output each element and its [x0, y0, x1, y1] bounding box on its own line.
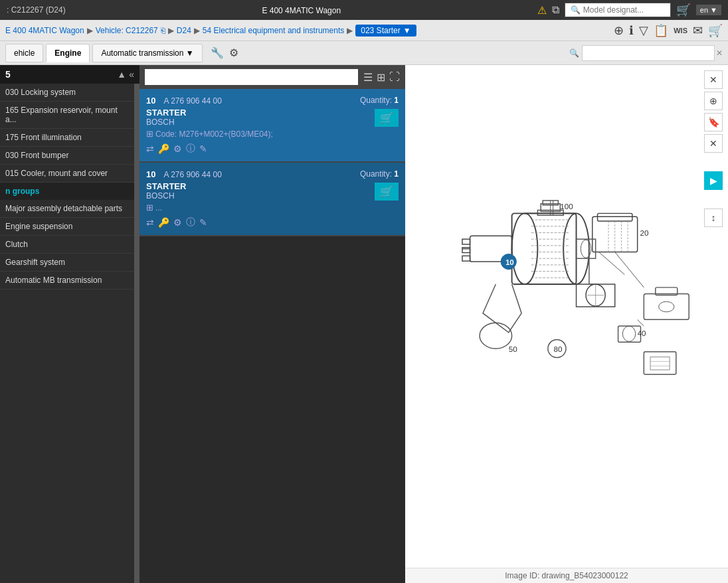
part-1-settings-icon[interactable]: ⚙ [173, 217, 182, 228]
diagram-area: ✕ ⊕ 🔖 ✕ ▶ ↕ 100 [405, 65, 728, 583]
diagram-bookmark-btn[interactable]: 🔖 [704, 113, 723, 131]
model-search-input[interactable] [583, 5, 663, 15]
tab-search-input[interactable] [587, 48, 710, 58]
tab-auto-transmission[interactable]: Automatic transmission ▼ [92, 44, 202, 62]
diagram-zoom-btn[interactable]: ⊕ [704, 92, 723, 110]
svg-point-32 [480, 323, 511, 349]
copy-icon[interactable]: ⧉ [552, 4, 559, 16]
sidebar-item-illumination-label: 175 Front illumination [5, 133, 82, 142]
part-card-1-row: 10 A 276 906 44 00 STARTER BOSCH ⊞ ... Q… [146, 169, 399, 212]
sidebar-item-auto-mb-label: Automatic MB transmission [5, 276, 102, 285]
tab-icon-wrench[interactable]: ⚙ [229, 46, 238, 59]
part-1-quantity: Quantity: 1 [360, 169, 399, 179]
diagram-controls: ✕ ⊕ 🔖 ✕ ▶ ↕ [699, 65, 728, 232]
breadcrumb-equipment[interactable]: 54 Electrical equipment and instruments [203, 26, 344, 35]
filter-icon[interactable]: ▽ [639, 23, 648, 38]
cart-top-icon[interactable]: 🛒 [676, 3, 691, 17]
part-0-settings-icon[interactable]: ⚙ [173, 143, 182, 154]
sidebar-item-engine-suspension[interactable]: Engine suspension [0, 218, 134, 236]
starter-svg: 100 [418, 78, 715, 554]
tab-search-box[interactable] [582, 45, 715, 61]
breadcrumb-dropdown-icon[interactable]: ▼ [403, 26, 411, 35]
tab-engine-label: Engine [54, 48, 81, 58]
svg-line-49 [598, 252, 624, 275]
part-1-info-icon[interactable]: ⓘ [186, 216, 195, 228]
full-view-icon[interactable]: ⛶ [389, 71, 400, 84]
svg-rect-31 [462, 256, 470, 261]
breadcrumb-current-label: 023 Starter [361, 26, 400, 35]
tab-icon-bike[interactable]: 🔧 [211, 46, 224, 59]
grid-view-icon[interactable]: ⊞ [377, 71, 385, 84]
svg-rect-21 [598, 213, 632, 221]
mail-icon[interactable]: ✉ [693, 23, 703, 38]
doc-icon[interactable]: 📋 [654, 23, 668, 38]
sidebar-item-cooler[interactable]: 015 Cooler, mount and cover [0, 165, 134, 183]
sidebar-item-locking[interactable]: 030 Locking system [0, 84, 134, 102]
sidebar-minimize-btn[interactable]: ▲ [117, 69, 126, 80]
diagram-x-btn[interactable]: ✕ [704, 134, 723, 153]
part-card-1-left: 10 A 276 906 44 00 STARTER BOSCH ⊞ ... [146, 169, 222, 212]
part-1-key-icon[interactable]: 🔑 [158, 217, 169, 228]
part-0-swap-icon[interactable]: ⇄ [146, 143, 154, 154]
part-1-number: A 276 906 44 00 [163, 170, 221, 179]
vehicle-link-icon[interactable]: ⎗ [161, 26, 165, 35]
part-card-0[interactable]: 10 A 276 906 44 00 STARTER BOSCH ⊞ Code:… [139, 89, 405, 163]
vehicle-code: : C212267 (D24) [7, 5, 66, 15]
sidebar-group-header: n groups [0, 183, 134, 200]
wis-icon[interactable]: WIS [674, 27, 687, 35]
sidebar-item-gearshift[interactable]: Gearshift system [0, 254, 134, 272]
diagram-scroll-btn[interactable]: ↕ [704, 208, 723, 227]
svg-rect-43 [650, 357, 670, 370]
parts-search-input[interactable] [149, 72, 354, 82]
sidebar-group-label: n groups [5, 187, 39, 196]
parts-list-icons: ☰ ⊞ ⛶ [363, 71, 400, 84]
part-1-swap-icon[interactable]: ⇄ [146, 217, 154, 228]
parts-list-search[interactable] [145, 69, 358, 85]
svg-point-41 [659, 301, 674, 312]
diagram-close-btn[interactable]: ✕ [704, 70, 723, 89]
svg-line-51 [638, 319, 644, 326]
sidebar-item-locking-label: 030 Locking system [5, 88, 76, 97]
tab-engine[interactable]: Engine [46, 44, 90, 62]
sidebar-item-front-bumper[interactable]: 030 Front bumper [0, 147, 134, 165]
list-view-icon[interactable]: ☰ [363, 71, 373, 84]
sidebar-collapse-btn[interactable]: « [129, 69, 134, 80]
model-search-box[interactable]: 🔍 [565, 3, 671, 17]
warning-icon[interactable]: ⚠ [537, 4, 547, 17]
sidebar-item-auto-mb[interactable]: Automatic MB transmission [0, 272, 134, 290]
part-0-info-icon[interactable]: ⓘ [186, 143, 195, 155]
part-0-name: STARTER [146, 108, 273, 118]
sidebar-item-expansion[interactable]: 165 Expansion reservoir, mount a... [0, 102, 134, 129]
diagram-main: 100 [405, 65, 728, 568]
part-0-code-text: Code: M276+M002+(B03/ME04); [155, 129, 273, 139]
tab-search-clear[interactable]: ✕ [716, 48, 723, 58]
breadcrumb-actions: ⊕ ℹ ▽ 📋 WIS ✉ 🛒 [614, 23, 723, 38]
part-card-1[interactable]: 10 A 276 906 44 00 STARTER BOSCH ⊞ ... Q… [139, 163, 405, 236]
sidebar-header: 5 ▲ « [0, 65, 139, 84]
diagram-label-10: 10 [505, 258, 514, 266]
sidebar-scrollbar[interactable] [134, 84, 139, 583]
sidebar-item-major-assembly[interactable]: Major assembly detachable parts [0, 200, 134, 218]
part-1-actions: ⇄ 🔑 ⚙ ⓘ ✎ [146, 216, 399, 228]
part-1-pencil-icon[interactable]: ✎ [199, 217, 207, 228]
lang-badge[interactable]: en ▼ [696, 5, 721, 15]
sidebar-item-clutch[interactable]: Clutch [0, 236, 134, 254]
sidebar-item-illumination[interactable]: 175 Front illumination [0, 129, 134, 147]
cart-breadcrumb-icon[interactable]: 🛒 [708, 23, 723, 38]
zoom-in-icon[interactable]: ⊕ [614, 23, 624, 38]
svg-rect-30 [462, 248, 470, 253]
part-0-key-icon[interactable]: 🔑 [158, 143, 169, 154]
tab-search: 🔍 ✕ [569, 45, 723, 61]
sidebar-item-gearshift-label: Gearshift system [5, 258, 65, 267]
diagram-blue-btn[interactable]: ▶ [704, 171, 723, 190]
tab-vehicle[interactable]: ehicle [5, 44, 43, 62]
svg-point-5 [512, 213, 538, 284]
breadcrumb-current[interactable]: 023 Starter ▼ [355, 25, 416, 37]
breadcrumb-vehicle-code[interactable]: Vehicle: C212267 [96, 26, 158, 35]
part-1-cart-button[interactable]: 🛒 [375, 183, 399, 201]
part-0-pencil-icon[interactable]: ✎ [199, 143, 207, 154]
breadcrumb-vehicle[interactable]: E 400 4MATIC Wagon [5, 26, 84, 35]
info-icon[interactable]: ℹ [629, 23, 634, 38]
part-0-cart-button[interactable]: 🛒 [375, 109, 399, 127]
breadcrumb-d24[interactable]: D24 [177, 26, 191, 35]
